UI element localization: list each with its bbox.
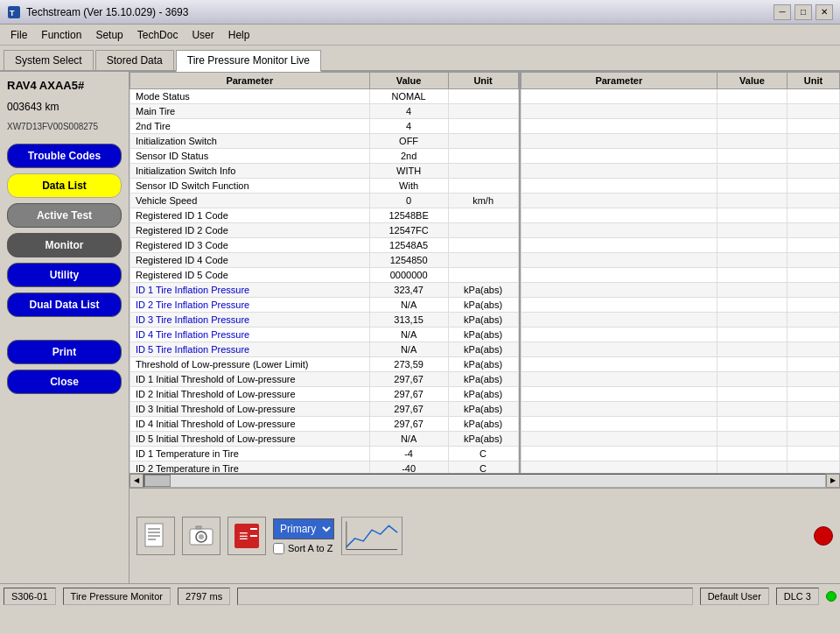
value-cell: N/A — [369, 328, 448, 342]
unit-cell — [448, 89, 518, 104]
right-param-header: Parameter — [521, 73, 717, 89]
table-row — [521, 432, 839, 447]
menu-user[interactable]: User — [185, 27, 220, 43]
utility-button[interactable]: Utility — [7, 263, 122, 287]
scroll-right-button[interactable]: ▶ — [826, 474, 840, 488]
menu-function[interactable]: Function — [34, 27, 88, 43]
minimize-button[interactable]: ─ — [774, 4, 791, 20]
param-cell — [521, 208, 717, 223]
param-cell — [521, 134, 717, 149]
app-icon: T — [7, 5, 21, 19]
param-cell: ID 3 Tire Inflation Pressure — [130, 313, 370, 328]
status-time: 2797 ms — [178, 588, 230, 605]
monitor-button[interactable]: Monitor — [7, 233, 122, 257]
unit-cell — [787, 372, 839, 387]
print-button[interactable]: Print — [7, 340, 122, 364]
param-cell — [521, 387, 717, 402]
horizontal-scrollbar[interactable]: ◀ ▶ — [130, 473, 840, 487]
unit-cell — [787, 447, 839, 461]
param-cell: ID 2 Temperature in Tire — [130, 461, 370, 474]
menu-file[interactable]: File — [4, 27, 34, 43]
scrollbar-track[interactable] — [144, 474, 826, 488]
menu-techdoc[interactable]: TechDoc — [130, 27, 186, 43]
param-cell — [521, 417, 717, 432]
table-row: Main Tire4 — [130, 104, 519, 119]
trouble-codes-button[interactable]: Trouble Codes — [7, 144, 122, 168]
table-row: ID 5 Initial Threshold of Low-pressureN/… — [130, 432, 519, 447]
bottom-toolbar: ≡ Primary Sort A to Z — [130, 487, 840, 583]
param-cell: Sensor ID Status — [130, 149, 370, 164]
param-cell: ID 4 Initial Threshold of Low-pressure — [130, 417, 370, 432]
unit-cell: kPa(abs) — [448, 387, 518, 402]
value-cell: 4 — [369, 104, 448, 119]
param-cell: Registered ID 1 Code — [130, 208, 370, 223]
table-row: ID 2 Initial Threshold of Low-pressure29… — [130, 387, 519, 402]
table-row: Sensor ID Switch FunctionWith — [130, 179, 519, 194]
sort-checkbox[interactable] — [273, 543, 284, 554]
table-row: Vehicle Speed0km/h — [130, 194, 519, 208]
scroll-left-button[interactable]: ◀ — [130, 474, 144, 488]
chart-icon-button[interactable] — [341, 517, 402, 555]
table-row: ID 2 Tire Inflation PressureN/AkPa(abs) — [130, 298, 519, 313]
value-cell — [717, 208, 787, 223]
dual-data-list-button[interactable]: Dual Data List — [7, 292, 122, 317]
table-row — [521, 253, 839, 268]
tab-system-select[interactable]: System Select — [4, 50, 94, 70]
close-button[interactable]: Close — [7, 370, 122, 394]
left-value-header: Value — [369, 73, 448, 89]
table-row: Registered ID 5 Code0000000 — [130, 268, 519, 283]
value-cell — [717, 357, 787, 372]
param-cell — [521, 447, 717, 461]
settings-icon-button[interactable]: ≡ — [228, 517, 266, 555]
status-code: S306-01 — [4, 588, 56, 605]
table-row — [521, 238, 839, 253]
value-cell — [717, 283, 787, 298]
data-list-button[interactable]: Data List — [7, 173, 122, 198]
table-row — [521, 402, 839, 417]
table-row: Registered ID 1 Code12548BE — [130, 208, 519, 223]
svg-text:T: T — [10, 9, 15, 18]
value-cell: -4 — [369, 447, 448, 461]
unit-cell — [787, 134, 839, 149]
menu-help[interactable]: Help — [221, 27, 257, 43]
unit-cell: kPa(abs) — [448, 417, 518, 432]
param-cell: Registered ID 4 Code — [130, 253, 370, 268]
tab-tire-pressure-live[interactable]: Tire Pressure Monitor Live — [176, 50, 321, 72]
export-icon-button[interactable] — [136, 517, 175, 555]
value-cell: 0 — [369, 194, 448, 208]
table-row — [521, 447, 839, 461]
unit-cell — [787, 149, 839, 164]
table-row — [521, 164, 839, 179]
unit-cell: kPa(abs) — [448, 432, 518, 447]
table-row — [521, 372, 839, 387]
snapshot-icon-button[interactable] — [182, 517, 220, 555]
primary-select[interactable]: Primary — [273, 518, 334, 539]
unit-cell — [787, 268, 839, 283]
status-empty — [237, 588, 693, 605]
param-cell: ID 1 Initial Threshold of Low-pressure — [130, 372, 370, 387]
param-cell — [521, 402, 717, 417]
maximize-button[interactable]: □ — [794, 4, 812, 20]
active-test-button[interactable]: Active Test — [7, 203, 122, 228]
table-container: Parameter Value Unit Mode StatusNOMALMai… — [130, 72, 840, 473]
unit-cell: kPa(abs) — [448, 357, 518, 372]
value-cell — [717, 104, 787, 119]
unit-cell — [787, 387, 839, 402]
table-row: ID 2 Temperature in Tire-40C — [130, 461, 519, 474]
menu-setup[interactable]: Setup — [88, 27, 130, 43]
param-cell — [521, 104, 717, 119]
value-cell: 297,67 — [369, 372, 448, 387]
scrollbar-thumb[interactable] — [144, 475, 171, 487]
record-button[interactable] — [814, 526, 833, 546]
sort-label: Sort A to Z — [288, 543, 332, 553]
left-data-table: Parameter Value Unit Mode StatusNOMALMai… — [130, 72, 519, 473]
unit-cell — [448, 208, 518, 223]
tab-stored-data[interactable]: Stored Data — [95, 50, 174, 70]
close-button[interactable]: ✕ — [816, 4, 833, 20]
unit-cell — [448, 223, 518, 238]
param-cell — [521, 372, 717, 387]
unit-cell — [448, 164, 518, 179]
param-cell — [521, 283, 717, 298]
status-indicator — [826, 591, 836, 602]
table-row — [521, 194, 839, 208]
